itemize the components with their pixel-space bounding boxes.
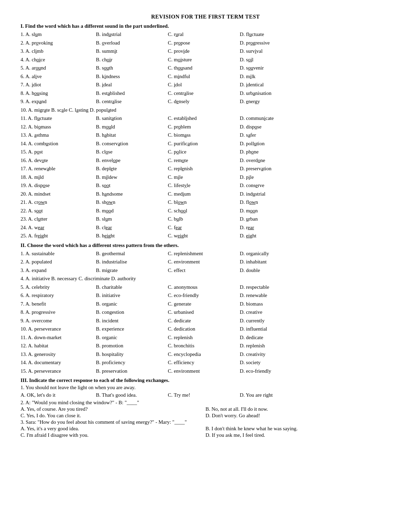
- question-row: 19. A. dispose B. soot C. lifestyle D. c…: [21, 182, 390, 189]
- q2-stem: 2. A: "Would you mind closing the window…: [21, 400, 390, 406]
- section3-q2: 2. A: "Would you mind closing the window…: [21, 400, 390, 419]
- q-option-c: C. encyclopedia: [168, 350, 240, 358]
- q-option-b: B. experience: [96, 325, 168, 333]
- q-option-d: D. pollution: [240, 140, 390, 148]
- q-option-c: C. densely: [168, 98, 240, 106]
- q-option-d: D. overdone: [240, 157, 390, 164]
- q-option-d: D. flown: [240, 198, 390, 206]
- q-option-b: B. industrial: [96, 30, 168, 38]
- question-row: 12. A. biomass B. mould C. problem D. di…: [21, 123, 390, 131]
- question-row: 22. A. soot B. mood C. school D. moon: [21, 207, 390, 215]
- q-num-a: 15. A. perseverance: [21, 367, 96, 375]
- q-option-b: B. migrate: [96, 267, 168, 274]
- q1-d: D. You are right: [240, 391, 390, 399]
- q-num-a: 1. A. slum: [21, 30, 96, 38]
- q-option-c: C. remote: [168, 157, 240, 164]
- q-option-b: B. geothermal: [96, 250, 168, 258]
- q-option-b: B. promotion: [96, 342, 168, 350]
- q-option-c: C. replenishment: [168, 250, 240, 258]
- question-row: 3. A. climb B. summit C. provide D. surv…: [21, 47, 390, 55]
- q-num-a: 2. A. provoking: [21, 39, 96, 47]
- q-num-a: 13. A. asthma: [21, 131, 96, 139]
- q-option-c: C. replenish: [168, 165, 240, 173]
- q-option-d: D. urban: [240, 215, 390, 223]
- q-num-a: 25. A. freight: [21, 232, 96, 240]
- q-option-c: C. effect: [168, 267, 240, 274]
- q-option-c: C. replenish: [168, 334, 240, 342]
- q-option-b: B. soot: [96, 182, 168, 189]
- q-option-b: B. south: [96, 64, 168, 72]
- q-num-a: 13. A. generosity: [21, 350, 96, 358]
- page-title: REVISION FOR THE FIRST TERM TEST: [21, 14, 390, 20]
- q-option-d: D. urbanisation: [240, 89, 390, 97]
- q-option-c: C. problem: [168, 123, 240, 131]
- q3-ab: A. Yes, it's a very good idea. B. I don'…: [21, 426, 390, 432]
- question-row: 2. A. provoking B. overload C. propose D…: [21, 39, 390, 47]
- q-num-a: 14. A. combustion: [21, 140, 96, 148]
- q-num-a: 18. A. mild: [21, 173, 96, 181]
- q-option-d: D. biomass: [240, 300, 390, 308]
- question-row: 9. A. overcome B. incident C. dedicate D…: [21, 317, 390, 325]
- section3-q1: 1. You should not leave the light on whe…: [21, 385, 390, 399]
- q-option-b: B. centralise: [96, 98, 168, 106]
- q-option-c: C. provide: [168, 47, 240, 55]
- q-num-a: 17. A. renewable: [21, 165, 96, 173]
- q-option-b: B. congestion: [96, 308, 168, 316]
- q-num-a: 8. A. progressive: [21, 308, 96, 316]
- question-row: 17. A. renewable B. deplete C. replenish…: [21, 165, 390, 173]
- q-option-b: B. organic: [96, 300, 168, 308]
- question-row: 11. A. down-market B. organic C. repleni…: [21, 334, 390, 342]
- q-num-a: 3. A. expand: [21, 267, 96, 274]
- q-option-b: B. established: [96, 89, 168, 97]
- q-option-c: C. efficiency: [168, 359, 240, 367]
- q-option-c: C. environment: [168, 367, 240, 375]
- q-option-d: D. safer: [240, 131, 390, 139]
- q-option-b: B. close: [96, 148, 168, 156]
- q-option-d: D. energy: [240, 98, 390, 106]
- section2-questions: 1. A. sustainable B. geothermal C. reple…: [21, 250, 390, 375]
- section3-questions: 1. You should not leave the light on whe…: [21, 385, 390, 438]
- q-option-c: C. generate: [168, 300, 240, 308]
- q-option-d: D. dedicate: [240, 334, 390, 342]
- q-option-b: B. handsome: [96, 190, 168, 198]
- q2-b: B. No, not at all. I'll do it now.: [206, 406, 390, 412]
- question-row: 15. A. perseverance B. preservation C. e…: [21, 367, 390, 375]
- question-row: 1. A. slum B. industrial C. rural D. flu…: [21, 30, 390, 38]
- q-option-b: B. habitat: [96, 131, 168, 139]
- q-option-d: D. eco-friendly: [240, 367, 390, 375]
- q-option-b: B. mildew: [96, 173, 168, 181]
- q3-b: B. I don't think he knew what he was say…: [206, 426, 390, 432]
- q-num-a: 22. A. soot: [21, 207, 96, 215]
- q-option-c: C. rural: [168, 30, 240, 38]
- question-row: 10. A. perseverance B. experience C. ded…: [21, 325, 390, 333]
- q-option-c: C. bulb: [168, 215, 240, 223]
- q-option-d: D. renewable: [240, 292, 390, 299]
- q-num-a: 5. A. around: [21, 64, 96, 72]
- q-option-c: C. blown: [168, 198, 240, 206]
- q-option-d: D. progressive: [240, 39, 390, 47]
- q-option-c: C. urbanised: [168, 308, 240, 316]
- q-option-d: D. inhabitant: [240, 258, 390, 266]
- q-num-a: 14. A. documentary: [21, 359, 96, 367]
- q-num-a: 2. A. populated: [21, 258, 96, 266]
- q-option-c: C. moisture: [168, 56, 240, 64]
- q-option-b: B. overload: [96, 39, 168, 47]
- q-num-a: 3. A. climb: [21, 47, 96, 55]
- q2-a: A. Yes, of course. Are you tired?: [21, 406, 206, 412]
- q-option-d: D. industrial: [240, 190, 390, 198]
- q1-stem: 1. You should not leave the light on whe…: [21, 385, 390, 391]
- q-option-d: D. identical: [240, 81, 390, 89]
- q-num-a: 10. A. perseverance: [21, 325, 96, 333]
- q-option-c: C. biomass: [168, 131, 240, 139]
- q-option-c: C. dedication: [168, 325, 240, 333]
- q-option-c: C. propose: [168, 39, 240, 47]
- question-row: 14. A. documentary B. proficiency C. eff…: [21, 359, 390, 367]
- q-option-b: B. shown: [96, 198, 168, 206]
- section1-header: I. Find the word which has a different s…: [21, 23, 390, 29]
- q2-ab: A. Yes, of course. Are you tired? B. No,…: [21, 406, 390, 412]
- q-option-b: B. proficiency: [96, 359, 168, 367]
- question-row: 5. A. celebrity B. charitable C. anonymo…: [21, 283, 390, 291]
- question-row: 14. A. combustion B. conservation C. pur…: [21, 140, 390, 148]
- q-option-b: B. kindness: [96, 73, 168, 81]
- q-option-b: B. choir: [96, 56, 168, 64]
